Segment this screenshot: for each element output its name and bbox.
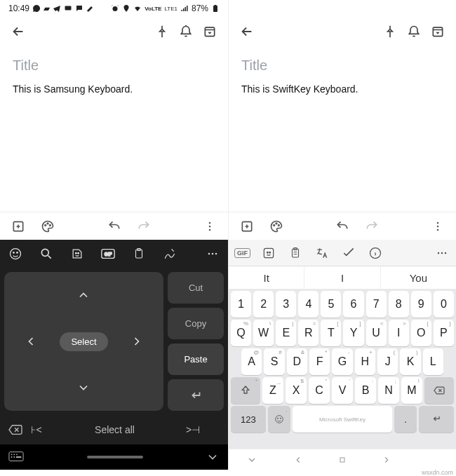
- reminder-icon[interactable]: [177, 23, 194, 40]
- period-key[interactable]: .: [394, 406, 417, 433]
- search-icon[interactable]: [38, 245, 55, 262]
- key-x[interactable]: X$: [286, 377, 307, 404]
- key-t[interactable]: T[: [321, 320, 341, 346]
- key-s[interactable]: S#: [264, 348, 284, 375]
- key-2[interactable]: 2: [253, 291, 274, 318]
- back-button[interactable]: [10, 23, 27, 40]
- key-9[interactable]: 9: [411, 291, 431, 318]
- key-7[interactable]: 7: [366, 291, 387, 318]
- space-key[interactable]: Microsoft SwiftKey: [293, 406, 392, 433]
- more-horiz-icon[interactable]: [434, 245, 450, 261]
- key-8[interactable]: 8: [389, 291, 409, 318]
- more-icon[interactable]: [201, 218, 218, 235]
- copy-button[interactable]: Copy: [168, 308, 224, 339]
- tasks-icon[interactable]: [340, 245, 357, 261]
- add-box-icon[interactable]: [10, 218, 27, 235]
- clipboard-icon[interactable]: [130, 245, 147, 262]
- pin-icon[interactable]: [382, 23, 398, 40]
- note-content[interactable]: Title This is SwiftKey Keyboard.: [229, 48, 456, 212]
- reminder-icon[interactable]: [405, 23, 422, 40]
- key-0[interactable]: 0: [434, 291, 454, 318]
- jump-end-icon[interactable]: >⊣: [186, 424, 200, 435]
- note-content[interactable]: Title This is Samsung Keyboard.: [0, 48, 228, 212]
- gif-icon[interactable]: GIF: [100, 245, 116, 262]
- key-j[interactable]: J(: [377, 348, 398, 375]
- key-b[interactable]: B:: [355, 377, 376, 404]
- key-o[interactable]: O{: [411, 320, 431, 346]
- key-3[interactable]: 3: [276, 291, 296, 318]
- key-i[interactable]: I>: [389, 320, 409, 346]
- add-box-icon[interactable]: [239, 218, 255, 235]
- translate-icon[interactable]: [314, 245, 330, 261]
- title-field[interactable]: Title: [241, 57, 443, 74]
- key-l[interactable]: L: [423, 348, 443, 375]
- cursor-up[interactable]: [76, 288, 90, 302]
- prediction-left[interactable]: It: [229, 266, 304, 289]
- prediction-right[interactable]: You: [381, 266, 456, 289]
- select-button[interactable]: Select: [60, 332, 107, 351]
- sticker-icon[interactable]: [69, 245, 86, 262]
- key-m[interactable]: M!: [401, 377, 422, 404]
- key-e[interactable]: E|: [276, 320, 296, 346]
- cursor-down[interactable]: [76, 381, 90, 395]
- key-n[interactable]: N;: [378, 377, 399, 404]
- key-k[interactable]: K): [400, 348, 420, 375]
- emoji-icon[interactable]: [7, 245, 24, 262]
- key-v[interactable]: V': [332, 377, 353, 404]
- square-icon[interactable]: [338, 456, 347, 464]
- select-all-button[interactable]: Select all: [49, 424, 180, 435]
- archive-icon[interactable]: [429, 23, 446, 40]
- key-z[interactable]: Z_: [262, 377, 283, 404]
- pin-icon[interactable]: [154, 23, 170, 40]
- key-1[interactable]: 1: [231, 291, 251, 318]
- note-body[interactable]: This is Samsung Keyboard.: [13, 83, 215, 95]
- palette-icon[interactable]: [39, 218, 56, 235]
- cursor-right-icon[interactable]: [382, 455, 391, 465]
- more-horiz-icon[interactable]: [204, 245, 221, 262]
- prediction-center[interactable]: I: [304, 266, 380, 289]
- key-6[interactable]: 6: [343, 291, 363, 318]
- keyboard-switch-icon[interactable]: [8, 451, 24, 463]
- enter-button[interactable]: [168, 379, 224, 411]
- symbols-key[interactable]: 123: [231, 406, 266, 433]
- palette-icon[interactable]: [268, 218, 285, 235]
- gif-icon[interactable]: GIF: [234, 248, 250, 258]
- undo-icon[interactable]: [106, 218, 123, 235]
- archive-icon[interactable]: [201, 23, 218, 40]
- key-a[interactable]: A@: [241, 348, 262, 375]
- sticker-icon[interactable]: [260, 245, 277, 261]
- key-q[interactable]: Q%: [231, 320, 251, 346]
- info-icon[interactable]: [367, 245, 384, 261]
- more-icon[interactable]: [429, 218, 446, 235]
- backspace-key[interactable]: [424, 377, 454, 404]
- handwriting-icon[interactable]: [161, 245, 178, 262]
- back-button[interactable]: [239, 23, 255, 40]
- key-f[interactable]: F*: [309, 348, 330, 375]
- chevron-down-icon[interactable]: [246, 454, 257, 465]
- key-u[interactable]: U<: [366, 320, 387, 346]
- key-r[interactable]: R=: [298, 320, 318, 346]
- cut-button[interactable]: Cut: [168, 272, 224, 304]
- enter-key[interactable]: [419, 406, 454, 433]
- key-5[interactable]: 5: [321, 291, 341, 318]
- key-g[interactable]: G-: [332, 348, 352, 375]
- key-p[interactable]: P}: [434, 320, 454, 346]
- key-w[interactable]: W\: [253, 320, 274, 346]
- collapse-icon[interactable]: [206, 450, 220, 464]
- backspace-icon[interactable]: [7, 421, 24, 438]
- note-body[interactable]: This is SwiftKey Keyboard.: [241, 83, 443, 95]
- cursor-left[interactable]: [24, 334, 38, 348]
- paste-button[interactable]: Paste: [168, 344, 224, 375]
- cursor-right[interactable]: [130, 334, 144, 348]
- jump-start-icon[interactable]: ⊦<: [29, 424, 43, 435]
- key-d[interactable]: D&: [287, 348, 307, 375]
- nav-handle[interactable]: [87, 456, 143, 458]
- shift-key[interactable]: *: [231, 377, 260, 404]
- title-field[interactable]: Title: [13, 57, 215, 74]
- cursor-left-icon[interactable]: [293, 455, 303, 465]
- key-h[interactable]: H+: [355, 348, 375, 375]
- clipboard-icon[interactable]: [287, 245, 304, 261]
- emoji-key[interactable]: ,: [268, 406, 290, 433]
- key-c[interactable]: C": [309, 377, 330, 404]
- key-4[interactable]: 4: [298, 291, 318, 318]
